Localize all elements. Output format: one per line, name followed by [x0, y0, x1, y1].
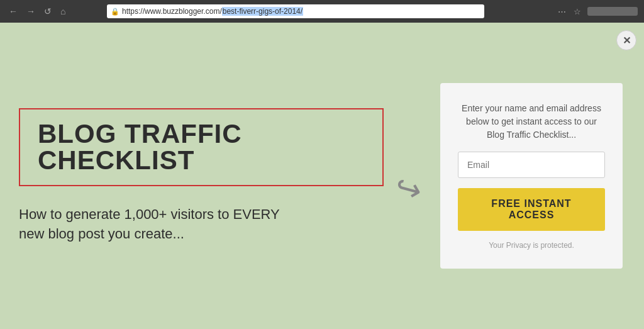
home-button[interactable]: ⌂	[58, 5, 68, 18]
url-highlight: best-fiverr-gigs-of-2014/	[222, 7, 303, 16]
left-section: BLOG TRAFFIC CHECKLIST How to generate 1…	[19, 96, 384, 257]
lock-icon: 🔒	[111, 8, 119, 16]
close-button[interactable]: ✕	[616, 30, 636, 50]
address-bar[interactable]: 🔒 https://www.buzzblogger.com/best-fiver…	[107, 4, 484, 18]
bookmark-icon[interactable]: ☆	[572, 6, 582, 18]
page-content: BLOG TRAFFIC CHECKLIST How to generate 1…	[0, 23, 644, 329]
nav-buttons: ← → ↺ ⌂	[6, 5, 68, 18]
panel-description: Enter your name and email address below …	[458, 102, 605, 142]
browser-toolbar-right: ⋯ ☆	[557, 6, 638, 18]
page-title: BLOG TRAFFIC CHECKLIST	[38, 119, 242, 175]
browser-chrome: ← → ↺ ⌂ 🔒 https://www.buzzblogger.com/be…	[0, 0, 644, 23]
title-box: BLOG TRAFFIC CHECKLIST	[19, 108, 384, 186]
scrollbar	[587, 7, 638, 16]
subtitle-text: How to generate 1,000+ visitors to EVERY…	[19, 205, 308, 244]
email-input[interactable]	[458, 152, 605, 178]
cta-button[interactable]: FREE INSTANT ACCESS	[458, 188, 605, 231]
signup-panel: Enter your name and email address below …	[440, 83, 623, 269]
forward-button[interactable]: →	[24, 5, 38, 18]
back-button[interactable]: ←	[6, 5, 20, 18]
refresh-button[interactable]: ↺	[42, 5, 54, 18]
privacy-text: Your Privacy is protected.	[489, 241, 574, 250]
curved-arrow-icon: ↪	[391, 167, 426, 209]
url-base: https://www.buzzblogger.com/	[122, 7, 222, 16]
menu-icon[interactable]: ⋯	[557, 6, 567, 18]
arrow-section: ↪	[384, 145, 434, 207]
